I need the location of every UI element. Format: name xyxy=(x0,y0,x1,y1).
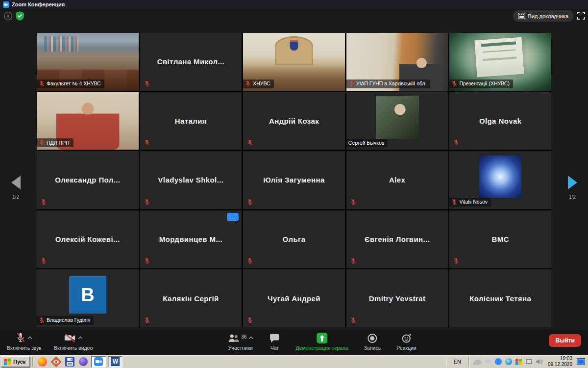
participant-tile[interactable]: Євгенія Логвин... xyxy=(346,210,448,268)
muted-mic-icon xyxy=(247,199,253,205)
muted-mic-icon xyxy=(144,317,150,323)
start-video-button[interactable]: Включить видео xyxy=(54,331,93,351)
participant-name: Світлана Микол... xyxy=(140,33,242,91)
participant-tile[interactable]: УІАП ГУНП в Харківській обл. xyxy=(346,33,448,91)
participant-tile[interactable]: Олексій Кожеві... xyxy=(37,210,139,268)
muted-mic-indicator xyxy=(453,258,459,264)
participant-tile[interactable]: Ольга xyxy=(243,210,345,268)
avatar xyxy=(376,96,419,139)
cloud-icon[interactable] xyxy=(474,358,482,366)
participant-tile[interactable]: Колісник Тетяна xyxy=(449,269,551,327)
muted-mic-icon xyxy=(453,139,459,146)
participants-button[interactable]: 36 Участники xyxy=(227,331,253,351)
participant-name-label: Презентації (ХНУВС) xyxy=(449,79,513,88)
participant-tile[interactable]: Презентації (ХНУВС) xyxy=(449,33,551,91)
participant-name: Наталия xyxy=(140,92,242,150)
share-screen-button[interactable]: Демонстрация экрана xyxy=(295,331,348,351)
muted-mic-icon xyxy=(41,258,47,264)
eye-viewer-icon[interactable] xyxy=(50,356,62,368)
word-icon: W xyxy=(111,357,120,366)
speaker-view-button[interactable]: Вид.докладчика xyxy=(513,10,573,22)
muted-mic-indicator xyxy=(144,139,150,146)
prev-page-button[interactable]: 1/2 xyxy=(1,176,30,200)
security-squares-icon[interactable] xyxy=(515,358,523,366)
participant-name: Олександр Пол... xyxy=(37,151,139,209)
participant-tile[interactable]: Vitalii Nosov xyxy=(449,151,551,209)
muted-mic-icon xyxy=(348,80,354,87)
security-shield-icon[interactable] xyxy=(16,11,24,21)
participant-tile[interactable]: Сергей Бычков xyxy=(346,92,448,150)
zoom-app-button[interactable] xyxy=(91,356,106,368)
participant-tile[interactable]: Світлана Микол... xyxy=(140,33,242,91)
tray-divider xyxy=(468,357,469,367)
display-tray-icon[interactable] xyxy=(525,358,533,366)
participant-tile[interactable]: Андрій Козак xyxy=(243,92,345,150)
audio-options-chevron-icon[interactable] xyxy=(27,336,32,340)
participant-tile[interactable]: Наталия xyxy=(140,92,242,150)
participant-name: Євгенія Логвин... xyxy=(346,210,448,268)
participant-tile[interactable]: ВВладислав Гуділін xyxy=(37,269,139,327)
firefox-icon[interactable] xyxy=(36,356,48,368)
windows-logo-icon xyxy=(4,358,11,365)
show-desktop-button[interactable] xyxy=(577,358,585,365)
participant-tile[interactable]: Олександр Пол... xyxy=(37,151,139,209)
participant-tile[interactable]: Калякін Сергій xyxy=(140,269,242,327)
participant-tile[interactable]: Dmitry Yevstrat xyxy=(346,269,448,327)
muted-mic-indicator xyxy=(247,258,253,264)
chat-button[interactable]: Чат xyxy=(269,331,280,351)
participant-tile[interactable]: Мордвинцев М...... xyxy=(140,210,242,268)
zoom-app-icon xyxy=(3,1,9,8)
muted-mic-indicator xyxy=(144,258,150,264)
widget-icon[interactable] xyxy=(484,358,492,366)
reactions-button[interactable]: Реакции xyxy=(396,331,416,351)
participant-tile[interactable]: ВМС xyxy=(449,210,551,268)
participants-count-badge: 36 xyxy=(241,334,246,340)
record-button[interactable]: Запись xyxy=(364,331,381,351)
muted-mic-indicator xyxy=(350,317,356,323)
muted-mic-icon xyxy=(350,258,356,264)
sphere-browser-icon[interactable] xyxy=(77,356,89,368)
muted-mic-indicator xyxy=(144,199,150,205)
record-icon xyxy=(367,333,377,343)
muted-mic-indicator xyxy=(144,317,150,323)
unmute-button[interactable]: Включить звук xyxy=(7,331,41,351)
next-page-button[interactable]: 1/2 xyxy=(558,176,587,200)
word-app-button[interactable]: W xyxy=(108,356,122,368)
muted-mic-icon xyxy=(41,199,47,205)
avatar: В xyxy=(69,276,106,314)
chat-icon xyxy=(269,333,280,343)
meeting-toolbar: Включить звук Включить видео xyxy=(0,329,588,355)
tile-more-button[interactable]: ... xyxy=(227,213,239,221)
speaker-view-icon xyxy=(518,13,525,19)
meeting-topbar: i Вид.докладчика xyxy=(0,9,588,33)
participant-tile[interactable]: Olga Novak xyxy=(449,92,551,150)
muted-mic-icon xyxy=(144,258,150,264)
volume-icon[interactable] xyxy=(536,358,543,366)
tray-divider xyxy=(446,357,446,367)
avatar xyxy=(479,156,521,198)
participant-tile[interactable]: НДЛ ПРІТ xyxy=(37,92,139,150)
participant-tile[interactable]: ХНУВС xyxy=(243,33,345,91)
muted-mic-icon xyxy=(247,139,253,146)
info-icon[interactable]: i xyxy=(4,12,12,20)
zoom-tray-icon[interactable] xyxy=(494,358,502,366)
participant-name-label: Сергей Бычков xyxy=(346,139,388,147)
globe-icon[interactable] xyxy=(505,358,513,366)
fullscreen-icon[interactable] xyxy=(577,12,585,20)
participant-name: Чугай Андрей xyxy=(243,269,345,327)
participants-chevron-icon[interactable] xyxy=(248,336,253,340)
leave-meeting-button[interactable]: Выйти xyxy=(549,334,581,347)
participant-tile[interactable]: Vladyslav Shkol... xyxy=(140,151,242,209)
taskbar-clock[interactable]: 10:03 09.12.2020 xyxy=(546,356,574,368)
participant-tile[interactable]: Факультет № 4 ХНУВС xyxy=(37,33,139,91)
taskbar-divider xyxy=(32,357,33,367)
start-button[interactable]: Пуск xyxy=(1,356,30,367)
participant-name-label: Владислав Гуділін xyxy=(37,316,94,325)
video-options-chevron-icon[interactable] xyxy=(78,336,83,340)
participant-tile[interactable]: Юлія Загуменна xyxy=(243,151,345,209)
language-indicator[interactable]: EN xyxy=(451,358,464,366)
participant-tile[interactable]: Alex xyxy=(346,151,448,209)
participant-name: Колісник Тетяна xyxy=(449,269,551,327)
floppy-disk-icon[interactable] xyxy=(64,356,75,368)
participant-tile[interactable]: Чугай Андрей xyxy=(243,269,345,327)
